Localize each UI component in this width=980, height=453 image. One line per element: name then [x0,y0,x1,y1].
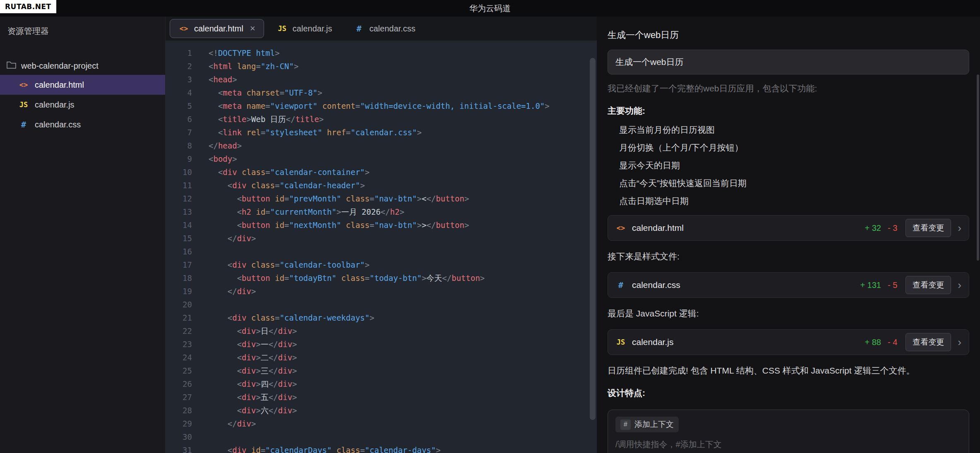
sidebar-item-calendar-css[interactable]: # calendar.css [0,115,165,134]
line-number: 11 [166,179,192,192]
view-changes-button[interactable]: 查看变更 [906,276,951,294]
sidebar-item-calendar-js[interactable]: JS calendar.js [0,95,165,115]
code-line: 7 <link rel="stylesheet" href="calendar.… [166,126,597,139]
sidebar-item-calendar-html[interactable]: <> calendar.html [0,75,165,95]
code-line: 29 </div> [166,417,597,430]
code-line: 8</head> [166,139,597,152]
folder-web-calendar-project[interactable]: web-calendar-project [0,57,165,75]
line-number: 19 [166,285,192,298]
tab-calendar-html[interactable]: <> calendar.html × [170,19,264,38]
close-icon[interactable]: × [250,23,255,34]
line-number: 14 [166,218,192,232]
window-title: 华为云码道 [469,3,511,14]
context-chip[interactable]: # 添加上下文 [615,417,679,432]
code-editor[interactable]: 1<!DOCTYPE html>2<html lang="zh-CN">3<he… [166,41,597,453]
code-line: 15 </div> [166,232,597,245]
lines-removed: - 4 [888,338,897,347]
view-changes-button[interactable]: 查看变更 [906,219,951,237]
view-changes-button[interactable]: 查看变更 [906,333,951,351]
hash-icon: # [620,419,631,430]
lines-added: + 88 [865,338,881,347]
js-file-icon: JS [615,338,626,346]
file-change-card[interactable]: <> calendar.html + 32 - 3 查看变更 › [608,215,969,241]
design-heading: 设计特点: [608,387,969,399]
editor-pane: <> calendar.html × JS calendar.js # cale… [166,17,597,453]
line-number: 31 [166,443,192,453]
code-line: 25 <div>三</div> [166,364,597,377]
code-line: 11 <div class="calendar-header"> [166,179,597,192]
code-line: 31 <div id="calendarDays" class="calenda… [166,443,597,453]
feature-item: 点击日期选中日期 [608,195,969,207]
prompt-input[interactable]: 生成一个web日历 [608,50,969,74]
feature-item: 显示当前月份的日历视图 [608,124,969,136]
line-number: 23 [166,338,192,351]
line-number: 22 [166,324,192,338]
chat-input[interactable]: /调用快捷指令，#添加上下文 [615,439,961,450]
code-line: 30 [166,430,597,443]
line-number: 5 [166,99,192,113]
tab-label: calendar.html [194,24,243,34]
file-name: calendar.css [35,120,81,129]
line-number: 6 [166,113,192,126]
chevron-right-icon[interactable]: › [958,280,961,290]
assistant-intro: 我已经创建了一个完整的web日历应用，包含以下功能: [608,83,969,94]
line-number: 29 [166,417,192,430]
line-number: 15 [166,232,192,245]
code-line: 23 <div>一</div> [166,338,597,351]
line-number: 17 [166,258,192,271]
lines-added: + 32 [865,223,881,233]
chevron-right-icon[interactable]: › [958,337,961,348]
features-heading: 主要功能: [608,105,969,117]
code-line: 27 <div>五</div> [166,391,597,404]
tab-calendar-css[interactable]: # calendar.css [345,19,424,38]
line-number: 12 [166,192,192,205]
panel-scrollbar[interactable] [977,74,979,261]
code-line: 9<body> [166,152,597,165]
explorer-panel: 资源管理器 web-calendar-project <> calendar.h… [0,17,166,453]
feature-item: 点击“今天”按钮快速返回当前日期 [608,177,969,189]
folder-name: web-calendar-project [21,61,98,71]
lines-added: + 131 [860,280,881,290]
code-line: 3<head> [166,73,597,86]
line-number: 27 [166,391,192,404]
code-line: 19 </div> [166,285,597,298]
line-number: 18 [166,271,192,285]
chevron-right-icon[interactable]: › [958,223,961,233]
js-file-icon: JS [277,24,288,33]
assistant-text: 日历组件已创建完成! 包含 HTML 结构、CSS 样式和 JavaScript… [608,365,969,376]
lines-removed: - 3 [888,223,897,233]
explorer-title: 资源管理器 [0,23,165,49]
code-line: 20 [166,298,597,311]
code-line: 5 <meta name="viewport" content="width=d… [166,99,597,113]
css-file-icon: # [18,120,29,129]
tab-calendar-js[interactable]: JS calendar.js [268,19,341,38]
lines-removed: - 5 [888,280,897,290]
file-name: calendar.html [632,223,865,233]
css-file-icon: # [615,280,626,290]
tab-bar: <> calendar.html × JS calendar.js # cale… [166,17,597,41]
code-line: 1<!DOCTYPE html> [166,46,597,60]
context-chip-label: 添加上下文 [634,419,674,430]
html-file-icon: <> [615,224,626,232]
css-file-icon: # [353,24,364,34]
ai-chat-panel: 生成一个web日历 生成一个web日历 我已经创建了一个完整的web日历应用，包… [597,17,980,453]
folder-icon [7,61,16,71]
code-line: 28 <div>六</div> [166,404,597,417]
line-number: 1 [166,46,192,60]
chat-composer[interactable]: # 添加上下文 /调用快捷指令，#添加上下文 [608,410,969,453]
code-line: 18 <button id="todayBtn" class="today-bt… [166,271,597,285]
file-name: calendar.js [35,100,74,110]
code-line: 12 <button id="prevMonth" class="nav-btn… [166,192,597,205]
chat-title: 生成一个web日历 [608,29,969,41]
code-line: 10 <div class="calendar-container"> [166,165,597,179]
feature-item: 月份切换（上个月/下个月按钮） [608,142,969,153]
line-number: 4 [166,86,192,99]
editor-scrollbar[interactable] [590,58,596,420]
top-bar: RUTAB.NET 华为云码道 [0,0,980,17]
file-change-card[interactable]: JS calendar.js + 88 - 4 查看变更 › [608,329,969,355]
file-name: calendar.html [35,80,84,90]
site-logo: RUTAB.NET [0,0,56,13]
file-change-card[interactable]: # calendar.css + 131 - 5 查看变更 › [608,272,969,298]
line-number: 10 [166,165,192,179]
code-line: 16 [166,245,597,258]
